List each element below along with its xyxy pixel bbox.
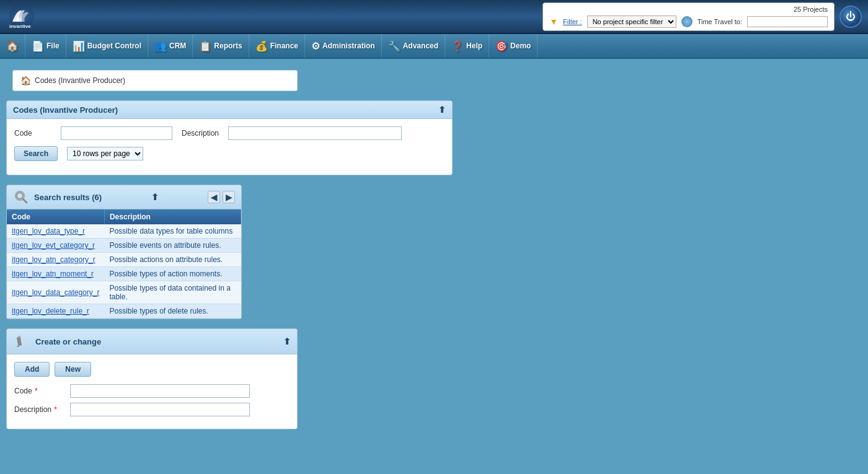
search-button[interactable]: Search [14,146,58,161]
results-nav-next[interactable]: ▶ [223,191,235,203]
code-label: Code [14,129,51,138]
col-header-description: Description [104,209,241,224]
create-btn-row: Add New [14,362,290,377]
results-panel-collapse-icon[interactable]: ⬆ [151,192,159,202]
filter-select[interactable]: No project specific filter [587,15,676,28]
code-input[interactable] [61,126,172,140]
demo-icon: 🎯 [495,40,508,52]
desc-required-star: * [52,405,57,414]
table-row: itgen_lov_atn_category_r Possible action… [7,253,241,267]
col-header-code: Code [7,209,104,224]
row-code-3[interactable]: itgen_lov_atn_moment_r [7,267,104,281]
create-code-label: Code * [14,387,70,395]
nav-item-admin[interactable]: ⚙ Administration [305,34,382,58]
row-code-4[interactable]: itgen_lov_data_category_r [7,281,104,304]
nav-label-budget: Budget Control [87,42,141,50]
create-description-label: Description * [14,405,70,414]
code-required-star: * [33,387,38,395]
nav-item-file[interactable]: 📄 File [25,34,66,58]
row-code-0[interactable]: itgen_lov_data_type_r [7,224,104,239]
create-panel-collapse-icon[interactable]: ⬆ [283,336,291,346]
projects-count: 25 Projects [794,6,828,13]
row-desc-3: Possible types of action moments. [104,267,241,281]
main-content: Codes (Invantive Producer) ⬆ Code Descri… [0,97,868,442]
row-code-5[interactable]: itgen_lov_delete_rule_r [7,304,104,318]
nav-label-finance: Finance [270,42,298,50]
svg-point-3 [17,193,23,199]
time-travel-input[interactable] [747,16,828,27]
logo-area: invantive [6,4,37,29]
create-code-row: Code * [14,384,290,398]
nav-item-demo[interactable]: 🎯 Demo [489,34,538,58]
row-code-1[interactable]: itgen_lov_evt_category_r [7,239,104,253]
breadcrumb-home-icon: 🏠 [20,76,31,86]
logo-icon: invantive [6,4,37,29]
rows-per-page-select[interactable]: 10 rows per page 25 rows per page 50 row… [67,147,143,160]
search-panel-header: Codes (Invantive Producer) ⬆ [7,101,452,119]
create-panel: Create or change ⬆ Add New Code * Descri… [6,328,298,429]
nav-label-help: Help [466,42,482,50]
crm-icon: 👥 [154,40,167,52]
results-search-icon [13,189,29,205]
create-panel-body: Add New Code * Description * [7,354,297,429]
top-right: 25 Projects ▼ Filter : No project specif… [542,2,862,31]
search-controls-row: Search 10 rows per page 25 rows per page… [14,146,445,161]
nav-item-home[interactable]: 🏠 [0,34,25,58]
results-panel-title: Search results (6) [34,193,102,202]
file-icon: 📄 [32,40,44,52]
row-desc-2: Possible actions on attribute rules. [104,253,241,267]
row-desc-0: Possible data types for table columns [104,224,241,239]
advanced-icon: 🔧 [388,40,401,52]
reports-icon: 📋 [199,40,211,52]
description-input[interactable] [228,126,402,140]
time-travel-icon [681,16,693,27]
pencil-icon-container [13,333,30,350]
nav-label-advanced: Advanced [403,42,438,50]
create-code-input[interactable] [70,384,250,398]
nav-item-advanced[interactable]: 🔧 Advanced [382,34,445,58]
nav-label-crm: CRM [169,42,186,50]
table-row: itgen_lov_data_type_r Possible data type… [7,224,241,239]
description-label: Description [182,129,219,138]
results-table-head: Code Description [7,209,241,224]
nav-item-crm[interactable]: 👥 CRM [148,34,193,58]
power-button[interactable]: ⏻ [839,6,862,28]
nav-bar: 🏠 📄 File 📊 Budget Control 👥 CRM 📋 Report… [0,34,868,59]
finance-icon: 💰 [255,40,268,52]
home-nav-icon: 🏠 [6,40,19,52]
svg-line-4 [24,200,27,203]
nav-item-finance[interactable]: 💰 Finance [249,34,305,58]
row-code-2[interactable]: itgen_lov_atn_category_r [7,253,104,267]
nav-label-admin: Administration [322,42,375,50]
create-description-row: Description * [14,403,290,416]
create-panel-title: Create or change [35,337,101,346]
nav-label-reports: Reports [214,42,242,50]
svg-rect-6 [17,337,22,346]
table-row: itgen_lov_delete_rule_r Possible types o… [7,304,241,318]
row-desc-5: Possible types of delete rules. [104,304,241,318]
projects-row: ▼ Filter : No project specific filter Ti… [549,15,828,28]
nav-item-budget[interactable]: 📊 Budget Control [66,34,148,58]
row-desc-4: Possible types of data contained in a ta… [104,281,241,304]
table-row: itgen_lov_data_category_r Possible types… [7,281,241,304]
nav-item-help[interactable]: ❓ Help [445,34,489,58]
table-row: itgen_lov_atn_moment_r Possible types of… [7,267,241,281]
create-description-input[interactable] [70,403,250,416]
search-panel: Codes (Invantive Producer) ⬆ Code Descri… [6,100,453,175]
add-button[interactable]: Add [14,362,50,377]
results-table-header-row: Code Description [7,209,241,224]
results-nav-prev[interactable]: ◀ [208,191,220,203]
nav-item-reports[interactable]: 📋 Reports [193,34,249,58]
search-form-row: Code Description [14,126,445,140]
filter-icon: ▼ [549,17,558,27]
top-bar: invantive 25 Projects ▼ Filter : No proj… [0,0,868,34]
nav-label-demo: Demo [510,42,531,50]
nav-label-file: File [46,42,60,50]
results-panel: Search results (6) ⬆ ◀ ▶ Code Descriptio… [6,185,242,319]
projects-bar: 25 Projects ▼ Filter : No project specif… [542,2,835,31]
search-panel-body: Code Description Search 10 rows per page… [7,119,452,175]
create-panel-header: Create or change ⬆ [7,329,297,354]
search-panel-collapse-icon[interactable]: ⬆ [438,105,446,115]
filter-link[interactable]: Filter : [563,18,582,25]
new-button[interactable]: New [55,362,91,377]
